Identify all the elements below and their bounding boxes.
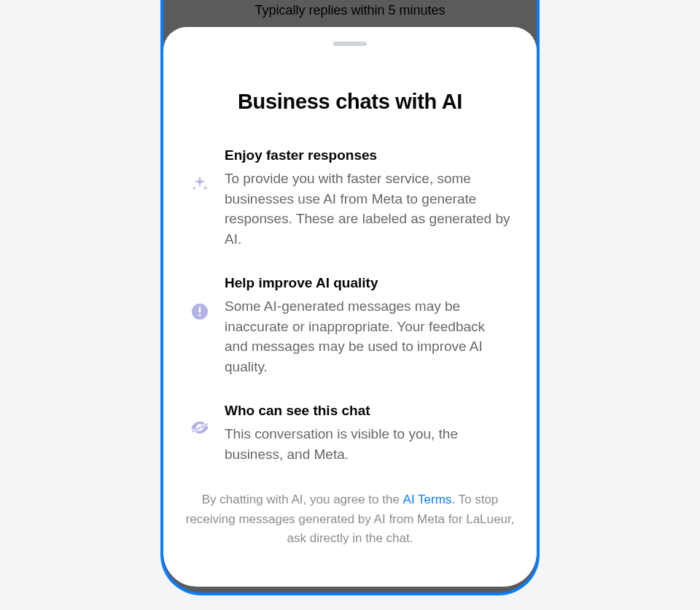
info-item-faster: Enjoy faster responses To provide you wi…	[163, 147, 537, 249]
info-item-content: Enjoy faster responses To provide you wi…	[225, 147, 510, 249]
phone-frame: Typically replies within 5 minutes Busin…	[160, 0, 540, 595]
info-item-desc: This conversation is visible to you, the…	[225, 424, 510, 464]
eye-off-icon	[190, 417, 210, 438]
info-item-title: Enjoy faster responses	[225, 147, 510, 163]
info-sheet: Business chats with AI Enjoy faster resp…	[163, 27, 537, 587]
svg-point-2	[198, 314, 201, 317]
info-item-title: Who can see this chat	[225, 403, 510, 419]
sheet-title: Business chats with AI	[163, 90, 537, 114]
alert-icon	[190, 301, 210, 322]
info-item-content: Who can see this chat This conversation …	[225, 403, 510, 464]
info-item-desc: To provide you with faster service, some…	[225, 169, 510, 249]
sheet-grabber[interactable]	[333, 42, 367, 46]
chat-header: Typically replies within 5 minutes	[163, 0, 537, 27]
sheet-footer: By chatting with AI, you agree to the AI…	[163, 484, 537, 548]
sparkle-icon	[190, 174, 210, 194]
svg-rect-1	[199, 307, 201, 313]
info-item-visibility: Who can see this chat This conversation …	[163, 403, 537, 464]
ai-terms-link[interactable]: AI Terms	[403, 493, 452, 506]
info-item-desc: Some AI-generated messages may be inaccu…	[225, 296, 510, 377]
info-item-title: Help improve AI quality	[225, 275, 510, 291]
reply-time-text: Typically replies within 5 minutes	[254, 3, 445, 18]
info-item-quality: Help improve AI quality Some AI-generate…	[163, 275, 537, 377]
footer-prefix: By chatting with AI, you agree to the	[202, 493, 403, 506]
info-item-content: Help improve AI quality Some AI-generate…	[225, 275, 510, 377]
